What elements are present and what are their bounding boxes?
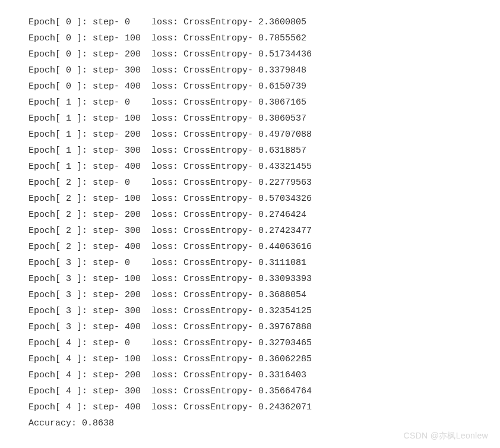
csdn-watermark: CSDN @亦枫Leonlew bbox=[404, 428, 488, 443]
training-log-output: Epoch[ 0 ]: step- 0 loss: CrossEntropy- … bbox=[29, 14, 500, 431]
